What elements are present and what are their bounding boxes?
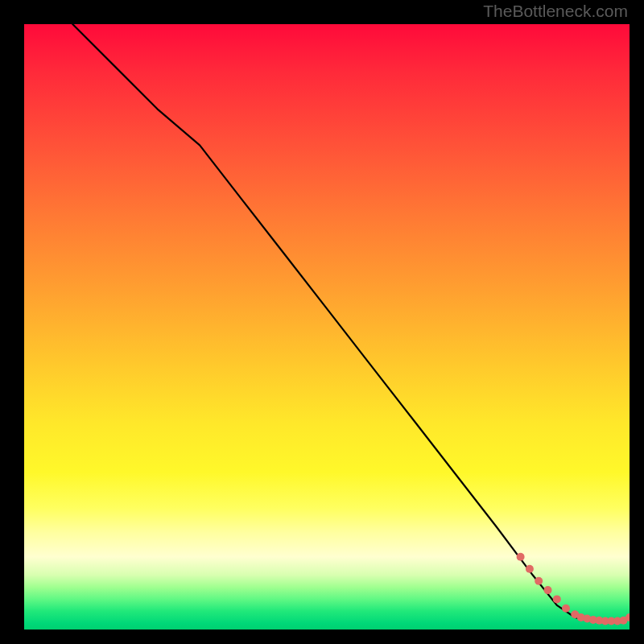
data-point bbox=[553, 595, 561, 603]
data-point bbox=[544, 586, 552, 594]
data-point bbox=[601, 617, 609, 625]
scatter-series bbox=[517, 553, 630, 625]
data-point bbox=[595, 617, 603, 625]
watermark-text: TheBottleneck.com bbox=[483, 2, 628, 21]
data-point bbox=[620, 617, 628, 625]
bottleneck-curve bbox=[72, 24, 630, 622]
chart-plot-area bbox=[24, 24, 630, 630]
data-point bbox=[562, 605, 570, 613]
data-point bbox=[526, 565, 534, 573]
chart-svg bbox=[24, 24, 630, 630]
data-point bbox=[625, 613, 630, 621]
data-point bbox=[535, 577, 543, 585]
data-point bbox=[589, 616, 597, 624]
data-point bbox=[583, 615, 591, 623]
line-series bbox=[72, 24, 630, 622]
data-point bbox=[613, 617, 621, 625]
data-point bbox=[577, 613, 585, 621]
data-point bbox=[517, 553, 525, 561]
data-point bbox=[607, 617, 615, 625]
data-point bbox=[571, 610, 579, 618]
